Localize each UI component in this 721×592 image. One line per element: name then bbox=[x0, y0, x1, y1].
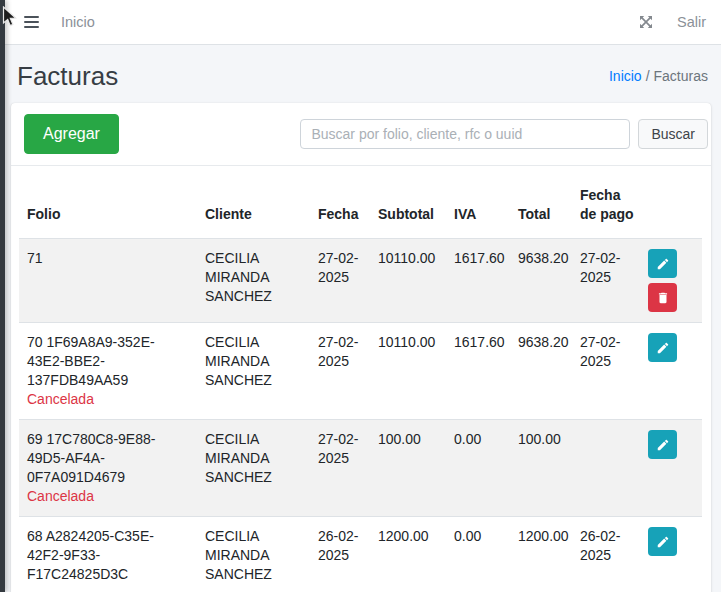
cell-subtotal: 10110.00 bbox=[370, 239, 446, 323]
pencil-icon bbox=[656, 438, 670, 452]
col-header-iva: IVA bbox=[446, 166, 510, 239]
search-input[interactable] bbox=[300, 119, 630, 149]
cell-actions bbox=[640, 420, 702, 517]
status-cancelada: Cancelada bbox=[27, 390, 177, 409]
cell-total: 1200.00 bbox=[510, 517, 572, 592]
cell-fecha: 27-02-2025 bbox=[310, 323, 370, 420]
cell-fecha-pago: 26-02-2025 bbox=[572, 517, 640, 592]
cell-total: 100.00 bbox=[510, 420, 572, 517]
cell-fecha: 27-02-2025 bbox=[310, 239, 370, 323]
search-button[interactable]: Buscar bbox=[638, 119, 708, 149]
collapsed-sidebar-edge bbox=[0, 0, 5, 592]
cell-folio: 69 17C780C8-9E88-49D5-AF4A-0F7A091D4679 … bbox=[19, 420, 197, 517]
add-button[interactable]: Agregar bbox=[24, 114, 119, 154]
expand-arrows-icon[interactable] bbox=[638, 14, 654, 30]
table-header-row: Folio Cliente Fecha Subtotal IVA Total F… bbox=[19, 166, 702, 239]
cell-fecha-pago bbox=[572, 420, 640, 517]
cell-cliente: CECILIA MIRANDA SANCHEZ bbox=[197, 323, 310, 420]
breadcrumb: Inicio/Facturas bbox=[609, 68, 708, 84]
col-header-subtotal: Subtotal bbox=[370, 166, 446, 239]
top-navbar: Inicio Salir bbox=[5, 0, 721, 45]
table-wrap: Folio Cliente Fecha Subtotal IVA Total F… bbox=[11, 166, 711, 592]
cell-fecha-pago: 27-02-2025 bbox=[572, 323, 640, 420]
facturas-card: Agregar Buscar Folio Cliente Fecha bbox=[11, 103, 711, 592]
navbar-link-salir[interactable]: Salir bbox=[677, 14, 706, 30]
edit-button[interactable] bbox=[648, 249, 677, 278]
cell-iva: 0.00 bbox=[446, 420, 510, 517]
cell-fecha: 27-02-2025 bbox=[310, 420, 370, 517]
folio-value: 68 A2824205-C35E-42F2-9F33-F17C24825D3C bbox=[27, 527, 177, 584]
folio-value: 69 17C780C8-9E88-49D5-AF4A-0F7A091D4679 bbox=[27, 430, 177, 487]
cell-total: 9638.20 bbox=[510, 239, 572, 323]
edit-button[interactable] bbox=[648, 333, 677, 362]
cell-folio: 68 A2824205-C35E-42F2-9F33-F17C24825D3C bbox=[19, 517, 197, 592]
cell-iva: 1617.60 bbox=[446, 239, 510, 323]
invoice-row: 69 17C780C8-9E88-49D5-AF4A-0F7A091D4679 … bbox=[19, 420, 702, 517]
col-header-fecha: Fecha bbox=[310, 166, 370, 239]
pencil-icon bbox=[656, 535, 670, 549]
breadcrumb-link-inicio[interactable]: Inicio bbox=[609, 68, 642, 84]
page-title: Facturas bbox=[17, 61, 118, 91]
breadcrumb-separator: / bbox=[646, 68, 650, 84]
pencil-icon bbox=[656, 257, 670, 271]
col-header-cliente: Cliente bbox=[197, 166, 310, 239]
row-actions bbox=[648, 249, 694, 312]
cell-actions bbox=[640, 323, 702, 420]
cell-folio: 70 1F69A8A9-352E-43E2-BBE2-137FDB49AA59 … bbox=[19, 323, 197, 420]
content-header: Facturas Inicio/Facturas bbox=[5, 45, 721, 103]
cell-cliente: CECILIA MIRANDA SANCHEZ bbox=[197, 420, 310, 517]
cell-subtotal: 100.00 bbox=[370, 420, 446, 517]
col-header-folio: Folio bbox=[19, 166, 197, 239]
trash-icon bbox=[656, 291, 670, 305]
search-group: Buscar bbox=[300, 119, 708, 149]
cell-folio: 71 bbox=[19, 239, 197, 323]
row-actions bbox=[648, 527, 694, 556]
folio-value: 70 1F69A8A9-352E-43E2-BBE2-137FDB49AA59 bbox=[27, 333, 177, 390]
col-header-actions bbox=[640, 166, 702, 239]
cell-fecha-pago: 27-02-2025 bbox=[572, 239, 640, 323]
card-toolbar: Agregar Buscar bbox=[11, 103, 711, 166]
navbar-link-inicio[interactable]: Inicio bbox=[61, 14, 95, 30]
invoice-table-body: 71 CECILIA MIRANDA SANCHEZ 27-02-2025 10… bbox=[19, 239, 702, 592]
invoice-row: 68 A2824205-C35E-42F2-9F33-F17C24825D3C … bbox=[19, 517, 702, 592]
folio-value: 71 bbox=[27, 249, 177, 268]
col-header-fecha-pago: Fecha de pago bbox=[572, 166, 640, 239]
edit-button[interactable] bbox=[648, 527, 677, 556]
row-actions bbox=[648, 333, 694, 362]
invoice-row: 70 1F69A8A9-352E-43E2-BBE2-137FDB49AA59 … bbox=[19, 323, 702, 420]
edit-button[interactable] bbox=[648, 430, 677, 459]
cell-total: 9638.20 bbox=[510, 323, 572, 420]
col-header-total: Total bbox=[510, 166, 572, 239]
cell-actions bbox=[640, 517, 702, 592]
cell-cliente: CECILIA MIRANDA SANCHEZ bbox=[197, 517, 310, 592]
cell-subtotal: 10110.00 bbox=[370, 323, 446, 420]
cell-iva: 1617.60 bbox=[446, 323, 510, 420]
row-actions bbox=[648, 430, 694, 459]
delete-button[interactable] bbox=[648, 283, 677, 312]
breadcrumb-current: Facturas bbox=[654, 68, 708, 84]
invoices-table: Folio Cliente Fecha Subtotal IVA Total F… bbox=[19, 166, 702, 592]
invoice-row: 71 CECILIA MIRANDA SANCHEZ 27-02-2025 10… bbox=[19, 239, 702, 323]
status-cancelada: Cancelada bbox=[27, 487, 177, 506]
cell-iva: 0.00 bbox=[446, 517, 510, 592]
cell-fecha: 26-02-2025 bbox=[310, 517, 370, 592]
pencil-icon bbox=[656, 341, 670, 355]
hamburger-icon[interactable] bbox=[24, 16, 39, 28]
cell-cliente: CECILIA MIRANDA SANCHEZ bbox=[197, 239, 310, 323]
mouse-cursor bbox=[2, 6, 19, 29]
cell-subtotal: 1200.00 bbox=[370, 517, 446, 592]
page-wrapper: Inicio Salir Facturas Inicio/Facturas Ag… bbox=[5, 0, 721, 592]
cell-actions bbox=[640, 239, 702, 323]
